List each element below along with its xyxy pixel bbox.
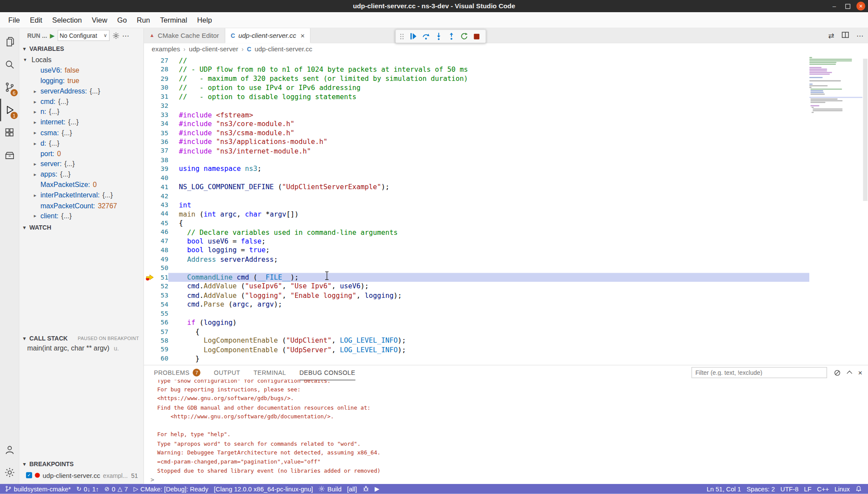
breakpoint-margin[interactable] xyxy=(144,218,155,227)
source-control-icon[interactable]: 6 xyxy=(0,76,19,98)
menu-help[interactable]: Help xyxy=(192,12,217,28)
variable-row-cmd[interactable]: ▸cmd:{...} xyxy=(20,97,144,107)
minimap[interactable] xyxy=(809,55,862,365)
drag-handle-icon[interactable] xyxy=(400,33,401,35)
account-icon[interactable] xyxy=(0,438,19,461)
breakpoint-margin[interactable] xyxy=(144,200,155,210)
breakpoint-margin[interactable] xyxy=(144,56,155,65)
variable-row-maxpacketsize[interactable]: MaxPacketSize:0 xyxy=(20,180,144,190)
tab-udp-client-server-cc[interactable]: Cudp-client-server.cc× xyxy=(225,28,311,43)
step-over-button[interactable] xyxy=(420,31,431,42)
variable-row-csma[interactable]: ▸csma:{...} xyxy=(20,128,144,138)
breakpoint-margin[interactable] xyxy=(144,164,155,174)
status-cursor-position[interactable]: Ln 51, Col 1 xyxy=(704,484,744,494)
breakpoint-margin[interactable] xyxy=(144,290,155,300)
restore-button[interactable] xyxy=(843,2,852,10)
variable-row-client[interactable]: ▸client:{...} xyxy=(20,211,144,221)
menu-terminal[interactable]: Terminal xyxy=(155,12,192,28)
variables-section-header[interactable]: ▾ VARIABLES xyxy=(20,43,144,55)
breakpoint-margin[interactable] xyxy=(144,128,155,137)
code-line-text[interactable] xyxy=(168,191,809,200)
breakpoint-margin[interactable] xyxy=(144,309,155,318)
expand-icon[interactable]: ▸ xyxy=(34,109,40,115)
expand-icon[interactable]: ▸ xyxy=(34,120,40,125)
step-into-button[interactable] xyxy=(433,31,444,42)
breadcrumb-folder[interactable]: examples xyxy=(152,45,180,53)
clear-console-icon[interactable] xyxy=(834,369,841,376)
code-line-text[interactable]: #include "ns3/csma-module.h" xyxy=(168,128,809,137)
filter-input[interactable] xyxy=(691,367,827,378)
breakpoint-margin[interactable] xyxy=(144,182,155,191)
menu-edit[interactable]: Edit xyxy=(25,12,47,28)
code-line-text[interactable]: cmd.AddValue ("useIpv6", "Use Ipv6", use… xyxy=(168,282,809,291)
breakpoint-margin[interactable] xyxy=(144,146,155,155)
breakpoint-margin[interactable] xyxy=(144,318,155,327)
code-line-text[interactable]: { xyxy=(168,327,809,336)
close-button[interactable]: × xyxy=(856,2,865,10)
breakpoint-row[interactable]: ✓ udp-client-server.cc exampl... 51 xyxy=(20,470,144,481)
code-line-text[interactable]: main (int argc, char *argv[]) xyxy=(168,210,809,219)
code-line-text[interactable]: CommandLine cmd (__FILE__); xyxy=(168,273,809,282)
breakpoint-margin[interactable] xyxy=(144,110,155,119)
breakpoint-margin[interactable] xyxy=(144,273,155,282)
stop-button[interactable] xyxy=(471,31,482,42)
close-panel-icon[interactable]: × xyxy=(858,368,862,377)
breakpoints-section-header[interactable]: ▾ BREAKPOINTS xyxy=(20,458,144,470)
status-cmake-target[interactable]: [all] xyxy=(344,484,360,494)
variable-row-internet[interactable]: ▸internet:{...} xyxy=(20,117,144,128)
breadcrumb-folder[interactable]: udp-client-server xyxy=(189,45,238,53)
breakpoint-margin[interactable] xyxy=(144,210,155,219)
code-line-text[interactable]: } xyxy=(168,354,809,363)
code-line-text[interactable]: bool useV6 = false; xyxy=(168,237,809,246)
variable-row-d[interactable]: ▸d:{...} xyxy=(20,138,144,148)
menu-go[interactable]: Go xyxy=(112,12,132,28)
expand-icon[interactable]: ▸ xyxy=(34,161,40,167)
breakpoint-margin[interactable] xyxy=(144,246,155,255)
status-os[interactable]: Linux xyxy=(832,484,853,494)
scope-row-locals[interactable]: ▾ Locals xyxy=(20,55,144,65)
panel-tab-debug-console[interactable]: DEBUG CONSOLE xyxy=(299,365,355,380)
breakpoint-margin[interactable] xyxy=(144,174,155,183)
code-line-text[interactable]: NS_LOG_COMPONENT_DEFINE ("UdpClientServe… xyxy=(168,182,809,191)
breakpoint-margin[interactable] xyxy=(144,264,155,273)
breakpoint-margin[interactable] xyxy=(144,65,155,74)
status-cmake-launch[interactable]: ▶ xyxy=(372,484,382,494)
variable-row-port[interactable]: port:0 xyxy=(20,148,144,159)
vertical-scrollbar[interactable] xyxy=(862,55,868,365)
code-line-text[interactable]: // - option to use IPv4 or IPv6 addressi… xyxy=(168,83,809,92)
breakpoint-margin[interactable] xyxy=(144,227,155,237)
status-language-mode[interactable]: C++ xyxy=(814,484,831,494)
breakpoint-margin[interactable] xyxy=(144,92,155,101)
watch-section-header[interactable]: ▾ WATCH xyxy=(20,221,144,234)
breakpoint-margin[interactable] xyxy=(144,119,155,128)
code-line-text[interactable]: if (logging) xyxy=(168,318,809,327)
expand-icon[interactable]: ▸ xyxy=(34,140,40,146)
breadcrumb-file[interactable]: udp-client-server.cc xyxy=(255,45,312,53)
breakpoint-margin[interactable] xyxy=(144,83,155,92)
status-indentation[interactable]: Spaces: 2 xyxy=(744,484,778,494)
expand-icon[interactable]: ▸ xyxy=(34,214,40,219)
status-encoding[interactable]: UTF-8 xyxy=(778,484,801,494)
continue-button[interactable] xyxy=(407,31,418,42)
more-actions-icon[interactable]: ⋯ xyxy=(122,31,130,40)
status-eol[interactable]: LF xyxy=(801,484,814,494)
code-editor[interactable]: 27//28// - UDP flow from n0 to n1 of 102… xyxy=(144,55,868,365)
breakpoint-margin[interactable] xyxy=(144,300,155,309)
panel-tab-terminal[interactable]: TERMINAL xyxy=(254,365,286,380)
menu-selection[interactable]: Selection xyxy=(47,12,87,28)
expand-icon[interactable]: ▸ xyxy=(34,172,40,177)
code-line-text[interactable]: int xyxy=(168,200,809,210)
code-line-text[interactable]: // - UDP flow from n0 to n1 of 1024 byte… xyxy=(168,65,809,74)
stack-frame[interactable]: main(int argc, char ** argv) u. xyxy=(20,344,144,354)
code-line-text[interactable]: #include "ns3/internet-module.h" xyxy=(168,146,809,155)
debug-gear-icon[interactable] xyxy=(112,32,120,39)
breakpoint-margin[interactable] xyxy=(144,101,155,110)
start-debug-icon[interactable]: ▶ xyxy=(50,32,55,39)
code-line-text[interactable]: // - maximum of 320 packets sent (or lim… xyxy=(168,74,809,83)
code-line-text[interactable] xyxy=(168,264,809,273)
code-line-text[interactable]: #include "ns3/applications-module.h" xyxy=(168,137,809,146)
minimize-button[interactable]: – xyxy=(830,2,838,10)
code-line-text[interactable]: #include <fstream> xyxy=(168,110,809,119)
breakpoint-checkbox[interactable]: ✓ xyxy=(26,472,32,478)
status-cmake-build[interactable]: Build xyxy=(316,484,344,494)
